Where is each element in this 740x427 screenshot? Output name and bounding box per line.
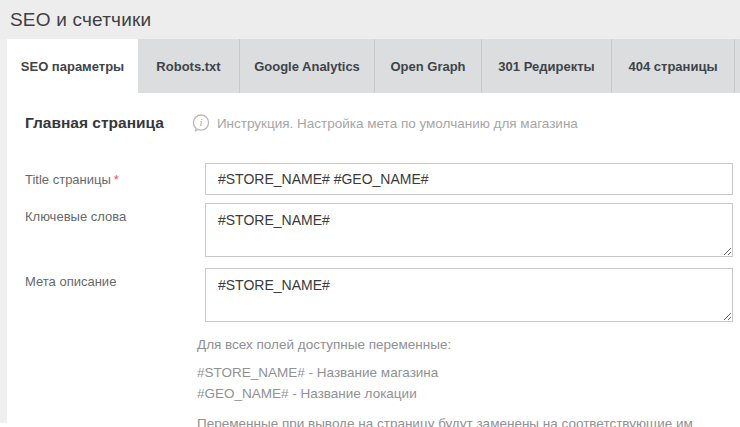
help-note: Переменные при выводе на страницу будут … (197, 416, 740, 427)
tab-label: SEO параметры (21, 59, 124, 74)
tab-label: 404 страницы (628, 59, 717, 74)
title-field-label: Title страницы* (25, 163, 205, 195)
info-icon[interactable]: i (192, 114, 210, 132)
tab-seo-params[interactable]: SEO параметры (7, 39, 138, 93)
tab-bar-filler (735, 39, 740, 93)
meta-description-label: Мета описание (25, 268, 205, 322)
section-header: Главная страница i Инструкция. Настройка… (25, 113, 740, 133)
page-title: SEO и счетчики (10, 9, 151, 31)
keywords-textarea[interactable]: #STORE_NAME# (205, 203, 733, 257)
help-var-store-name: #STORE_NAME# - Название магазина (197, 362, 740, 383)
section-heading: Главная страница (25, 114, 164, 132)
meta-description-textarea[interactable]: #STORE_NAME# (205, 268, 733, 322)
title-input[interactable] (205, 163, 733, 195)
page-header: SEO и счетчики (0, 0, 740, 39)
tab-open-graph[interactable]: Open Graph (375, 39, 482, 93)
svg-text:i: i (199, 117, 202, 128)
meta-defaults-form: Title страницы* Ключевые слова #STORE_NA… (25, 163, 740, 427)
help-intro: Для всех полей доступные переменные: (197, 337, 740, 352)
seo-settings-page: SEO и счетчики SEO параметры Robots.txt … (0, 0, 740, 427)
variables-help-block: Для всех полей доступные переменные: #ST… (197, 337, 740, 427)
tab-label: Robots.txt (156, 59, 220, 74)
tab-panel-seo-params: Главная страница i Инструкция. Настройка… (0, 93, 740, 427)
form-row-meta-description: Мета описание #STORE_NAME# (25, 268, 740, 322)
tab-label: 301 Редиректы (498, 59, 594, 74)
form-row-title: Title страницы* (25, 163, 740, 195)
keywords-field-label: Ключевые слова (25, 203, 205, 257)
tab-bar: SEO параметры Robots.txt Google Analytic… (7, 39, 740, 93)
tab-label: Google Analytics (254, 59, 360, 74)
tab-404-pages[interactable]: 404 страницы (612, 39, 735, 93)
tab-label: Open Graph (390, 59, 465, 74)
instruction-text[interactable]: Инструкция. Настройка мета по умолчанию … (217, 116, 578, 131)
required-asterisk: * (114, 172, 119, 187)
form-row-keywords: Ключевые слова #STORE_NAME# (25, 203, 740, 257)
tab-google-analytics[interactable]: Google Analytics (240, 39, 375, 93)
tab-robots-txt[interactable]: Robots.txt (138, 39, 240, 93)
tab-301-redirects[interactable]: 301 Редиректы (482, 39, 612, 93)
page-background-edge (0, 39, 7, 423)
help-var-geo-name: #GEO_NAME# - Название локации (197, 383, 740, 404)
instruction-link[interactable]: i Инструкция. Настройка мета по умолчани… (192, 114, 578, 132)
